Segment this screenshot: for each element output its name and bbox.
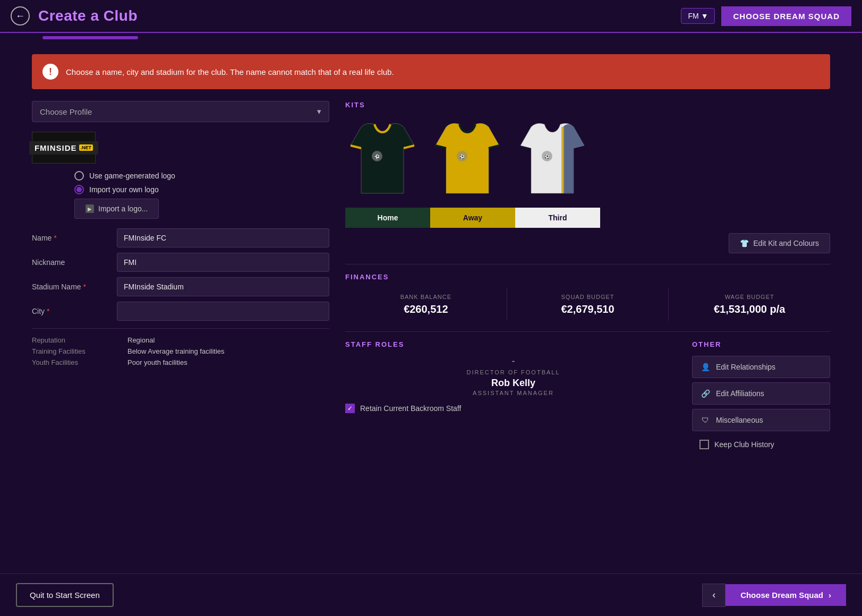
reputation-row: Reputation Regional (32, 336, 329, 344)
home-jersey-container: ⚽ (345, 116, 420, 201)
wage-budget-label: WAGE BUDGET (669, 294, 830, 300)
quit-button[interactable]: Quit to Start Screen (16, 583, 114, 607)
retain-staff-label: Retain Current Backroom Staff (360, 404, 461, 413)
fminside-logo: FMINSIDE .NET (29, 141, 98, 155)
name-label: Name * (32, 234, 117, 242)
profile-dropdown[interactable]: Choose Profile ▾ (32, 101, 329, 122)
youth-row: Youth Facilities Poor youth facilities (32, 358, 329, 366)
staff-dash: - (345, 356, 681, 367)
finances-section: FINANCES BANK BALANCE €260,512 SQUAD BUD… (345, 273, 830, 321)
svg-rect-4 (561, 127, 564, 193)
city-field-row: City * (32, 302, 329, 321)
logo-options: Use game-generated logo Import your own … (74, 171, 329, 194)
form-divider (32, 328, 329, 329)
kits-divider (345, 264, 830, 264)
keep-history-row: Keep Club History (692, 435, 830, 454)
fm-menu-button[interactable]: FM ▼ (681, 8, 715, 24)
topbar-left: ← Create a Club (11, 6, 138, 25)
reputation-value: Regional (127, 336, 155, 344)
kits-title: KITS (345, 101, 830, 109)
bank-balance-item: BANK BALANCE €260,512 (345, 288, 507, 321)
squad-budget-item: SQUAD BUDGET €2,679,510 (507, 288, 669, 321)
play-icon: ▶ (86, 204, 94, 213)
retain-staff-checkbox[interactable]: ✓ (345, 404, 355, 413)
finance-grid: BANK BALANCE €260,512 SQUAD BUDGET €2,67… (345, 288, 830, 321)
bank-balance-value: €260,512 (345, 303, 507, 315)
bottom-bar: Quit to Start Screen ‹ Choose Dream Squa… (0, 574, 862, 616)
city-label: City * (32, 307, 117, 315)
nickname-input[interactable] (117, 253, 329, 272)
keep-history-checkbox[interactable] (699, 440, 709, 449)
squad-budget-label: SQUAD BUDGET (507, 294, 669, 300)
misc-icon: 🛡 (700, 415, 711, 425)
staff-title: STAFF ROLES (345, 340, 681, 348)
wage-budget-value: €1,531,000 p/a (669, 303, 830, 315)
tab-home[interactable]: Home (345, 208, 430, 228)
tab-third[interactable]: Third (515, 208, 600, 228)
use-game-logo-radio[interactable] (74, 171, 84, 181)
youth-value: Poor youth facilities (127, 358, 187, 366)
choose-dream-squad-button[interactable]: CHOOSE DREAM SQUAD (721, 6, 851, 26)
away-jersey-svg: ⚽ (430, 116, 505, 201)
director-label: DIRECTOR OF FOOTBALL (345, 369, 681, 375)
name-field-row: Name * (32, 228, 329, 247)
affiliations-icon: 🔗 (700, 388, 711, 399)
error-message: Choose a name, city and stadium for the … (66, 67, 394, 76)
choose-squad-bottom-button[interactable]: Choose Dream Squad › (726, 584, 846, 606)
tshirt-icon: 👕 (740, 239, 749, 247)
back-button[interactable]: ← (11, 6, 30, 25)
topbar: ← Create a Club FM ▼ CHOOSE DREAM SQUAD (0, 0, 862, 33)
manager-name: Rob Kelly (345, 378, 681, 389)
other-section: OTHER 👤 Edit Relationships 🔗 Edit Affili… (692, 340, 830, 454)
progress-bar (42, 36, 138, 39)
third-jersey-svg: ⚽ (515, 116, 590, 201)
error-banner: ! Choose a name, city and stadium for th… (32, 54, 830, 89)
name-input[interactable] (117, 228, 329, 247)
wage-budget-item: WAGE BUDGET €1,531,000 p/a (668, 288, 830, 321)
keep-history-label: Keep Club History (714, 440, 774, 449)
tab-away[interactable]: Away (430, 208, 515, 228)
kit-jerseys: ⚽ ⚽ (345, 116, 830, 201)
bottom-grid: STAFF ROLES - DIRECTOR OF FOOTBALL Rob K… (345, 340, 830, 454)
nav-right: ‹ Choose Dream Squad › (702, 584, 846, 607)
topbar-right: FM ▼ CHOOSE DREAM SQUAD (681, 6, 851, 26)
error-icon: ! (42, 64, 58, 80)
reputation-label: Reputation (32, 336, 127, 344)
training-value: Below Average training facilities (127, 347, 225, 355)
use-game-logo-option[interactable]: Use game-generated logo (74, 171, 329, 181)
main-content: Choose Profile ▾ FMINSIDE .NET Use game-… (0, 95, 862, 583)
fminside-text: FMINSIDE (35, 143, 77, 152)
fminside-badge: .NET (79, 144, 93, 151)
miscellaneous-button[interactable]: 🛡 Miscellaneous (692, 409, 830, 431)
svg-text:⚽: ⚽ (374, 154, 380, 159)
page-title: Create a Club (38, 7, 138, 24)
club-logo-box: FMINSIDE .NET (32, 132, 96, 164)
other-title: OTHER (692, 340, 830, 348)
finances-divider (345, 331, 830, 332)
city-input[interactable] (117, 302, 329, 321)
left-panel: Choose Profile ▾ FMINSIDE .NET Use game-… (32, 95, 329, 583)
third-jersey-container: ⚽ (515, 116, 590, 201)
import-logo-button[interactable]: ▶ Import a logo... (74, 199, 159, 219)
squad-budget-value: €2,679,510 (507, 303, 669, 315)
edit-kit-button[interactable]: 👕 Edit Kit and Colours (729, 233, 830, 253)
kits-section: KITS (345, 101, 830, 253)
home-jersey-svg: ⚽ (345, 116, 420, 201)
import-own-logo-option[interactable]: Import your own logo (74, 185, 329, 194)
assistant-label: ASSISTANT MANAGER (345, 390, 681, 396)
edit-relationships-button[interactable]: 👤 Edit Relationships (692, 356, 830, 378)
nickname-label: Nickname (32, 258, 117, 267)
stadium-field-row: Stadium Name * (32, 277, 329, 296)
edit-affiliations-button[interactable]: 🔗 Edit Affiliations (692, 382, 830, 405)
profile-dropdown-label: Choose Profile (40, 107, 92, 116)
retain-staff-row: ✓ Retain Current Backroom Staff (345, 404, 681, 413)
import-logo-label: Import a logo... (98, 204, 148, 213)
kit-tabs: Home Away Third (345, 208, 600, 228)
stadium-label: Stadium Name * (32, 283, 117, 291)
next-arrow-icon: › (829, 591, 831, 600)
right-panel: KITS (345, 95, 830, 583)
logo-area: FMINSIDE .NET (32, 132, 329, 164)
stadium-input[interactable] (117, 277, 329, 296)
prev-button[interactable]: ‹ (702, 584, 726, 607)
import-own-logo-radio[interactable] (74, 185, 84, 194)
